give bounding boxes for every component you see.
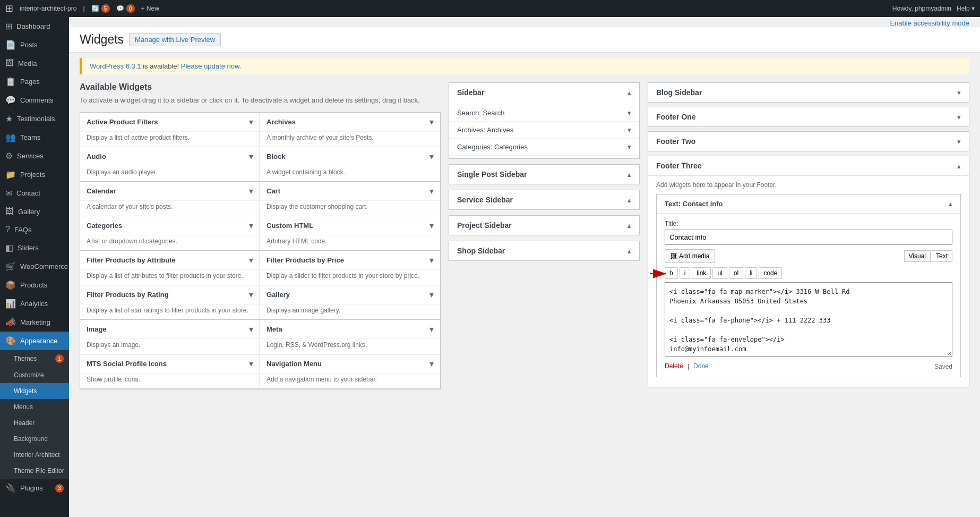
sidebar-item-appearance[interactable]: 🎨Appearance (0, 332, 69, 350)
widget-item[interactable]: Custom HTML ▾ Arbitrary HTML code. (260, 216, 440, 251)
sidebar-widget-label: Search: Search (457, 109, 505, 117)
widget-item[interactable]: MTS Social Profile Icons ▾ Show profile … (80, 354, 260, 389)
widget-item[interactable]: Block ▾ A widget containing a block. (260, 147, 440, 182)
manage-live-preview-button[interactable]: Manage with Live Preview (129, 33, 221, 46)
wp-logo-icon[interactable]: ⊞ (5, 3, 13, 14)
help-button[interactable]: Help ▾ (957, 5, 975, 12)
sidebar-item-themes[interactable]: Themes1 (0, 350, 69, 367)
format-btn-code[interactable]: code (759, 267, 782, 279)
widget-item[interactable]: Archives ▾ A monthly archive of your sit… (260, 113, 440, 147)
add-media-button[interactable]: 🖼 Add media (665, 249, 715, 263)
widget-item[interactable]: Audio ▾ Displays an audio player. (80, 147, 260, 182)
sidebar-section-header-service-sidebar[interactable]: Service Sidebar ▴ (449, 190, 639, 209)
widget-item[interactable]: Filter Products by Price ▾ Display a sli… (260, 251, 440, 285)
sidebar-item-dashboard[interactable]: ⊞Dashboard (0, 17, 69, 36)
widget-arrow-icon: ▾ (429, 117, 434, 127)
format-btn-i[interactable]: i (680, 267, 691, 279)
sidebar-item-background[interactable]: Background (0, 431, 69, 447)
sidebar-icon-teams: 👥 (5, 132, 16, 142)
widget-header[interactable]: Gallery ▾ (260, 285, 440, 304)
widget-header[interactable]: Calendar ▾ (80, 182, 260, 200)
footer-three-header[interactable]: Footer Three ▴ (648, 156, 969, 176)
sidebar-item-faqs[interactable]: ?FAQs (0, 221, 69, 239)
format-btn-link[interactable]: link (692, 267, 711, 279)
sidebar-item-contact[interactable]: ✉Contact (0, 184, 69, 202)
widget-header[interactable]: Filter Products by Attribute ▾ (80, 251, 260, 269)
widget-header[interactable]: Navigation Menu ▾ (260, 354, 440, 373)
widget-header[interactable]: Categories ▾ (80, 216, 260, 235)
accessibility-link[interactable]: Enable accessibility mode (890, 19, 969, 27)
format-btn-ol[interactable]: ol (729, 267, 743, 279)
delete-link[interactable]: Delete (665, 362, 683, 370)
widget-item[interactable]: Navigation Menu ▾ Add a navigation menu … (260, 354, 440, 389)
widget-header[interactable]: Audio ▾ (80, 147, 260, 166)
top-bar-comments[interactable]: 💬 0 (116, 4, 135, 13)
sidebar-widget-item[interactable]: Search: Search ▾ (449, 105, 639, 122)
top-bar-new[interactable]: + New (141, 5, 159, 12)
sidebar-item-sliders[interactable]: ◧Sliders (0, 239, 69, 257)
widget-item[interactable]: Cart ▾ Display the customer shopping car… (260, 182, 440, 216)
visual-tab[interactable]: Visual (904, 250, 931, 262)
top-bar-site-name[interactable]: interior-architect-pro (20, 5, 76, 12)
widget-header[interactable]: Archives ▾ (260, 113, 440, 131)
widget-header[interactable]: Meta ▾ (260, 320, 440, 338)
sidebar-item-services[interactable]: ⚙Services (0, 147, 69, 165)
sidebar-item-testimonials[interactable]: ★Testimonials (0, 109, 69, 128)
sidebar-item-teams[interactable]: 👥Teams (0, 128, 69, 147)
wp-version-link[interactable]: WordPress 6.3.1 (90, 62, 141, 70)
sidebar-widget-item[interactable]: Categories: Categories ▾ (449, 139, 639, 156)
sidebar-item-media[interactable]: 🖼Media (0, 54, 69, 72)
text-widget-header[interactable]: Text: Contact info ▴ (657, 194, 960, 214)
sidebar-section-header-sidebar[interactable]: Sidebar ▴ (449, 83, 639, 102)
sidebar-section-header-project-sidebar[interactable]: Project Sidebar ▴ (449, 216, 639, 235)
widget-item[interactable]: Gallery ▾ Displays an image gallery. (260, 285, 440, 320)
sidebar-item-customize[interactable]: Customize (0, 367, 69, 383)
widget-item[interactable]: Categories ▾ A list or dropdown of categ… (80, 216, 260, 251)
widget-item[interactable]: Image ▾ Displays an image. (80, 320, 260, 354)
sidebar-item-plugins[interactable]: 🔌Plugins3 (0, 479, 69, 497)
top-bar-updates[interactable]: 🔄 5 (91, 4, 110, 13)
text-tab[interactable]: Text (932, 250, 952, 262)
sidebar-item-interior-architect[interactable]: Interior Architect (0, 447, 69, 463)
content-editor[interactable]: <i class="fa fa-map-marker"></i> 3316 W … (665, 282, 952, 357)
right-sidebar-header-blog-sidebar[interactable]: Blog Sidebar ▾ (648, 83, 969, 102)
sidebar-item-pages[interactable]: 📋Pages (0, 72, 69, 91)
title-input[interactable] (665, 230, 952, 245)
widget-header[interactable]: Image ▾ (80, 320, 260, 338)
format-btn-li[interactable]: li (745, 267, 757, 279)
sidebar-item-posts[interactable]: 📄Posts (0, 36, 69, 54)
sidebar-item-analytics[interactable]: 📊Analytics (0, 294, 69, 313)
update-link[interactable]: Please update now. (181, 62, 241, 70)
widget-item[interactable]: Active Product Filters ▾ Display a list … (80, 113, 260, 147)
widget-header[interactable]: Filter Products by Price ▾ (260, 251, 440, 269)
widget-header[interactable]: Active Product Filters ▾ (80, 113, 260, 131)
widget-header[interactable]: Cart ▾ (260, 182, 440, 200)
sidebar-item-gallery[interactable]: 🖼Gallery (0, 202, 69, 221)
widget-item[interactable]: Calendar ▾ A calendar of your site's pos… (80, 182, 260, 216)
sidebar-widget-item[interactable]: Archives: Archives ▾ (449, 122, 639, 139)
sidebar-section-header-shop-sidebar[interactable]: Shop Sidebar ▴ (449, 241, 639, 260)
done-link[interactable]: Done (693, 362, 709, 370)
right-sidebar-header-footer-two[interactable]: Footer Two ▾ (648, 132, 969, 151)
widget-item[interactable]: Filter Products by Rating ▾ Display a li… (80, 285, 260, 320)
format-btn-b[interactable]: b (665, 267, 678, 279)
sidebar-item-widgets[interactable]: Widgets (0, 383, 69, 399)
widget-item[interactable]: Meta ▾ Login, RSS, & WordPress.org links… (260, 320, 440, 354)
sidebar-item-marketing[interactable]: 📣Marketing (0, 313, 69, 332)
widget-header[interactable]: Custom HTML ▾ (260, 216, 440, 235)
widget-header[interactable]: MTS Social Profile Icons ▾ (80, 354, 260, 373)
sidebar-item-theme-file-editor[interactable]: Theme File Editor (0, 463, 69, 479)
widget-item[interactable]: Filter Products by Attribute ▾ Display a… (80, 251, 260, 285)
widget-header[interactable]: Filter Products by Rating ▾ (80, 285, 260, 304)
widget-header[interactable]: Block ▾ (260, 147, 440, 166)
right-sidebar-title: Footer One (656, 113, 696, 121)
right-sidebar-header-footer-one[interactable]: Footer One ▾ (648, 107, 969, 126)
sidebar-section-header-single-post-sidebar[interactable]: Single Post Sidebar ▴ (449, 165, 639, 184)
sidebar-item-comments[interactable]: 💬Comments (0, 91, 69, 109)
sidebar-item-products[interactable]: 📦Products (0, 276, 69, 294)
format-btn-ul[interactable]: ul (712, 267, 727, 279)
sidebar-item-woocommerce[interactable]: 🛒WooCommerce (0, 257, 69, 276)
sidebar-item-header[interactable]: Header (0, 415, 69, 431)
sidebar-item-menus[interactable]: Menus (0, 399, 69, 415)
sidebar-item-projects[interactable]: 📁Projects (0, 165, 69, 184)
